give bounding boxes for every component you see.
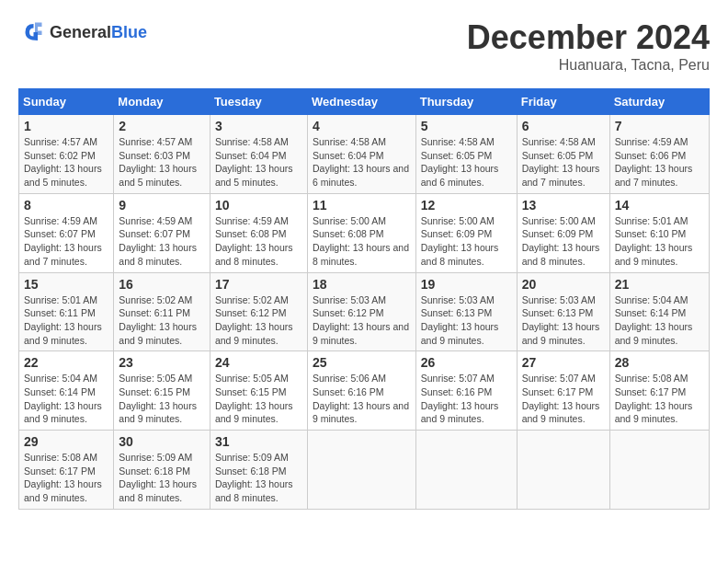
col-friday: Friday: [517, 89, 609, 115]
day-number: 19: [421, 277, 512, 292]
day-detail: Sunrise: 5:02 AMSunset: 6:11 PMDaylight:…: [119, 293, 205, 348]
day-detail: Sunrise: 5:02 AMSunset: 6:12 PMDaylight:…: [215, 293, 302, 348]
day-detail: Sunrise: 5:08 AMSunset: 6:17 PMDaylight:…: [615, 372, 704, 426]
day-detail: Sunrise: 5:04 AMSunset: 6:14 PMDaylight:…: [615, 293, 704, 348]
day-number: 4: [313, 119, 411, 133]
day-number: 14: [615, 198, 704, 213]
calendar-cell: [415, 431, 517, 510]
title-block: December 2024 Huanuara, Tacna, Peru: [467, 18, 710, 74]
calendar-cell: 5Sunrise: 4:58 AMSunset: 6:05 PMDaylight…: [415, 115, 517, 194]
calendar-cell: 6Sunrise: 4:58 AMSunset: 6:05 PMDaylight…: [517, 115, 609, 194]
day-detail: Sunrise: 5:03 AMSunset: 6:12 PMDaylight:…: [313, 293, 411, 348]
day-detail: Sunrise: 5:03 AMSunset: 6:13 PMDaylight:…: [421, 293, 512, 348]
calendar-cell: 19Sunrise: 5:03 AMSunset: 6:13 PMDayligh…: [415, 272, 517, 351]
calendar-cell: 4Sunrise: 4:58 AMSunset: 6:04 PMDaylight…: [307, 115, 415, 194]
calendar-cell: 28Sunrise: 5:08 AMSunset: 6:17 PMDayligh…: [609, 351, 709, 431]
logo-icon: [18, 18, 46, 46]
calendar-cell: 23Sunrise: 5:05 AMSunset: 6:15 PMDayligh…: [114, 351, 210, 431]
day-detail: Sunrise: 5:00 AMSunset: 6:08 PMDaylight:…: [313, 214, 411, 269]
day-detail: Sunrise: 5:09 AMSunset: 6:18 PMDaylight:…: [215, 451, 302, 505]
calendar-cell: 26Sunrise: 5:07 AMSunset: 6:16 PMDayligh…: [415, 351, 517, 431]
calendar-cell: 18Sunrise: 5:03 AMSunset: 6:12 PMDayligh…: [307, 272, 415, 351]
day-detail: Sunrise: 4:59 AMSunset: 6:08 PMDaylight:…: [215, 214, 302, 269]
calendar-cell: 30Sunrise: 5:09 AMSunset: 6:18 PMDayligh…: [114, 431, 210, 510]
calendar-cell: 3Sunrise: 4:58 AMSunset: 6:04 PMDaylight…: [210, 115, 307, 194]
day-number: 15: [24, 277, 108, 292]
day-detail: Sunrise: 4:59 AMSunset: 6:07 PMDaylight:…: [24, 214, 108, 269]
day-number: 16: [119, 277, 205, 292]
day-detail: Sunrise: 5:05 AMSunset: 6:15 PMDaylight:…: [119, 372, 205, 426]
calendar-cell: 2Sunrise: 4:57 AMSunset: 6:03 PMDaylight…: [114, 115, 210, 194]
col-tuesday: Tuesday: [210, 89, 307, 115]
day-detail: Sunrise: 5:07 AMSunset: 6:17 PMDaylight:…: [522, 372, 605, 426]
day-number: 3: [215, 119, 302, 133]
page-header: GeneralBlue December 2024 Huanuara, Tacn…: [18, 18, 710, 74]
day-number: 27: [522, 355, 605, 370]
day-number: 18: [313, 277, 411, 292]
calendar-cell: 22Sunrise: 5:04 AMSunset: 6:14 PMDayligh…: [19, 351, 114, 431]
day-number: 21: [615, 277, 704, 292]
calendar-cell: [609, 431, 709, 510]
day-number: 2: [119, 119, 205, 133]
day-number: 20: [522, 277, 605, 292]
calendar-cell: 25Sunrise: 5:06 AMSunset: 6:16 PMDayligh…: [307, 351, 415, 431]
day-number: 7: [615, 119, 704, 133]
calendar-header-row: Sunday Monday Tuesday Wednesday Thursday…: [19, 89, 710, 115]
day-number: 9: [119, 198, 205, 213]
day-number: 6: [522, 119, 605, 133]
day-number: 1: [24, 119, 108, 133]
calendar-cell: 9Sunrise: 4:59 AMSunset: 6:07 PMDaylight…: [114, 193, 210, 272]
logo: GeneralBlue: [18, 18, 147, 46]
day-detail: Sunrise: 5:06 AMSunset: 6:16 PMDaylight:…: [313, 372, 411, 426]
calendar-cell: 15Sunrise: 5:01 AMSunset: 6:11 PMDayligh…: [19, 272, 114, 351]
day-number: 23: [119, 355, 205, 370]
day-detail: Sunrise: 4:58 AMSunset: 6:05 PMDaylight:…: [421, 135, 512, 190]
day-detail: Sunrise: 5:00 AMSunset: 6:09 PMDaylight:…: [522, 214, 605, 269]
calendar-cell: 10Sunrise: 4:59 AMSunset: 6:08 PMDayligh…: [210, 193, 307, 272]
logo-text: GeneralBlue: [50, 23, 147, 42]
day-detail: Sunrise: 4:59 AMSunset: 6:06 PMDaylight:…: [615, 135, 704, 190]
day-detail: Sunrise: 5:04 AMSunset: 6:14 PMDaylight:…: [24, 372, 108, 426]
day-detail: Sunrise: 5:07 AMSunset: 6:16 PMDaylight:…: [421, 372, 512, 426]
calendar-cell: 14Sunrise: 5:01 AMSunset: 6:10 PMDayligh…: [609, 193, 709, 272]
day-number: 5: [421, 119, 512, 133]
day-number: 29: [24, 434, 108, 449]
day-number: 22: [24, 355, 108, 370]
day-detail: Sunrise: 5:03 AMSunset: 6:13 PMDaylight:…: [522, 293, 605, 348]
day-number: 8: [24, 198, 108, 213]
day-number: 11: [313, 198, 411, 213]
calendar-cell: 7Sunrise: 4:59 AMSunset: 6:06 PMDaylight…: [609, 115, 709, 194]
day-number: 12: [421, 198, 512, 213]
day-detail: Sunrise: 4:59 AMSunset: 6:07 PMDaylight:…: [119, 214, 205, 269]
day-number: 10: [215, 198, 302, 213]
calendar-cell: 11Sunrise: 5:00 AMSunset: 6:08 PMDayligh…: [307, 193, 415, 272]
day-detail: Sunrise: 4:57 AMSunset: 6:02 PMDaylight:…: [24, 135, 108, 190]
calendar-cell: 12Sunrise: 5:00 AMSunset: 6:09 PMDayligh…: [415, 193, 517, 272]
day-detail: Sunrise: 5:01 AMSunset: 6:10 PMDaylight:…: [615, 214, 704, 269]
day-number: 17: [215, 277, 302, 292]
day-number: 24: [215, 355, 302, 370]
day-detail: Sunrise: 4:58 AMSunset: 6:05 PMDaylight:…: [522, 135, 605, 190]
col-saturday: Saturday: [609, 89, 709, 115]
month-title: December 2024: [467, 18, 710, 57]
calendar-cell: [517, 431, 609, 510]
day-number: 25: [313, 355, 411, 370]
calendar-cell: 17Sunrise: 5:02 AMSunset: 6:12 PMDayligh…: [210, 272, 307, 351]
calendar-cell: 1Sunrise: 4:57 AMSunset: 6:02 PMDaylight…: [19, 115, 114, 194]
calendar-cell: 21Sunrise: 5:04 AMSunset: 6:14 PMDayligh…: [609, 272, 709, 351]
calendar-cell: [307, 431, 415, 510]
day-detail: Sunrise: 5:09 AMSunset: 6:18 PMDaylight:…: [119, 451, 205, 505]
day-number: 28: [615, 355, 704, 370]
day-detail: Sunrise: 5:01 AMSunset: 6:11 PMDaylight:…: [24, 293, 108, 348]
calendar-cell: 31Sunrise: 5:09 AMSunset: 6:18 PMDayligh…: [210, 431, 307, 510]
calendar-table: Sunday Monday Tuesday Wednesday Thursday…: [18, 88, 710, 510]
day-detail: Sunrise: 4:57 AMSunset: 6:03 PMDaylight:…: [119, 135, 205, 190]
calendar-cell: 29Sunrise: 5:08 AMSunset: 6:17 PMDayligh…: [19, 431, 114, 510]
col-thursday: Thursday: [415, 89, 517, 115]
day-detail: Sunrise: 4:58 AMSunset: 6:04 PMDaylight:…: [313, 135, 411, 190]
day-detail: Sunrise: 5:08 AMSunset: 6:17 PMDaylight:…: [24, 451, 108, 505]
calendar-cell: 20Sunrise: 5:03 AMSunset: 6:13 PMDayligh…: [517, 272, 609, 351]
day-number: 31: [215, 434, 302, 449]
col-monday: Monday: [114, 89, 210, 115]
day-number: 13: [522, 198, 605, 213]
